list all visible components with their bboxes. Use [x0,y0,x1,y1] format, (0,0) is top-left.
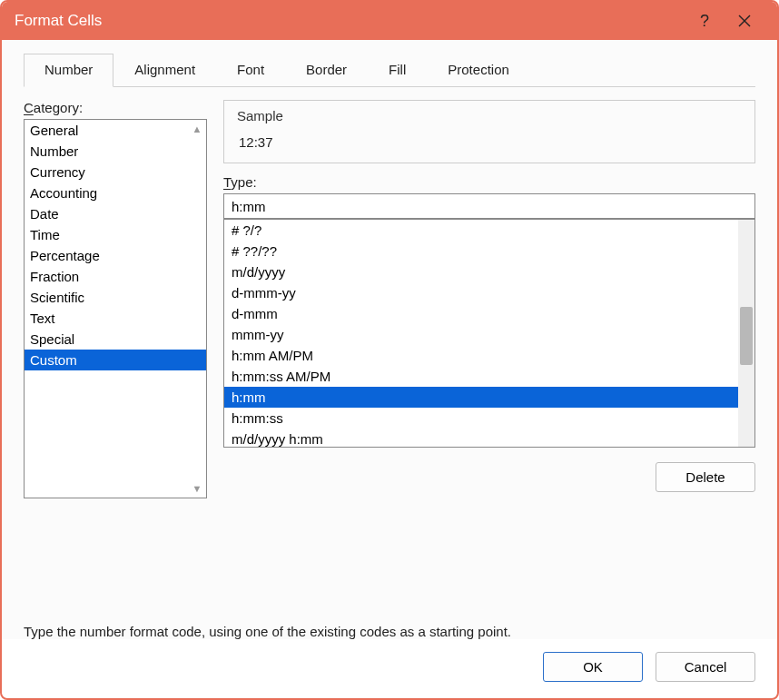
category-item[interactable]: General [25,120,206,141]
type-item[interactable]: # ??/?? [224,241,738,261]
category-item[interactable]: Time [25,224,206,245]
scrollbar-thumb[interactable] [740,307,753,365]
category-listbox[interactable]: GeneralNumberCurrencyAccountingDateTimeP… [24,119,207,498]
category-item[interactable]: Currency [25,162,206,182]
cancel-button[interactable]: Cancel [656,652,755,682]
ok-button[interactable]: OK [543,652,643,682]
type-label: Type: [223,174,755,190]
category-item[interactable]: Special [25,329,206,350]
hint-text: Type the number format code, using one o… [24,624,755,639]
sample-label: Sample [237,108,742,123]
type-input[interactable] [223,193,755,219]
type-item[interactable]: d-mmm-yy [224,282,738,303]
category-label: Category: [24,100,207,115]
category-item[interactable]: Custom [25,350,206,370]
sample-box: Sample 12:37 [223,100,755,163]
window-title: Format Cells [15,12,685,30]
type-item[interactable]: h:mm:ss AM/PM [224,366,738,387]
type-item[interactable]: # ?/? [224,220,738,241]
dialog-body: NumberAlignmentFontBorderFillProtection … [2,40,777,639]
tab-border[interactable]: Border [285,54,368,87]
close-icon [738,15,751,27]
category-item[interactable]: Fraction [25,266,206,287]
category-item[interactable]: Accounting [25,182,206,203]
category-scrollbar[interactable]: ▲ ▼ [190,123,204,494]
sample-value: 12:37 [239,134,742,150]
help-button[interactable]: ? [685,2,725,40]
tab-protection[interactable]: Protection [427,54,530,87]
tab-font[interactable]: Font [216,54,285,87]
type-listbox[interactable]: # ?/?# ??/??m/d/yyyyd-mmm-yyd-mmmmmm-yyh… [223,219,755,448]
category-item[interactable]: Date [25,203,206,224]
type-item[interactable]: m/d/yyyy [224,261,738,282]
type-item[interactable]: mmm-yy [224,324,738,345]
close-button[interactable] [725,2,764,40]
category-item[interactable]: Percentage [25,245,206,266]
tab-strip: NumberAlignmentFontBorderFillProtection [24,53,755,87]
dialog-footer: OK Cancel [2,639,777,698]
type-scrollbar[interactable] [738,220,754,447]
format-cells-dialog: Format Cells ? NumberAlignmentFontBorder… [0,0,779,700]
scroll-up-icon[interactable]: ▲ [190,123,204,134]
tab-alignment[interactable]: Alignment [113,54,216,87]
type-item[interactable]: h:mm [224,387,738,408]
delete-button[interactable]: Delete [656,462,755,492]
category-item[interactable]: Scientific [25,287,206,308]
tab-number[interactable]: Number [24,54,113,87]
type-item[interactable]: d-mmm [224,303,738,324]
type-item[interactable]: h:mm:ss [224,408,738,429]
tab-fill[interactable]: Fill [368,54,427,87]
category-item[interactable]: Number [25,141,206,162]
scroll-down-icon[interactable]: ▼ [190,483,204,494]
type-item[interactable]: m/d/yyyy h:mm [224,429,738,448]
titlebar: Format Cells ? [2,2,777,40]
type-item[interactable]: h:mm AM/PM [224,345,738,366]
category-item[interactable]: Text [25,308,206,329]
